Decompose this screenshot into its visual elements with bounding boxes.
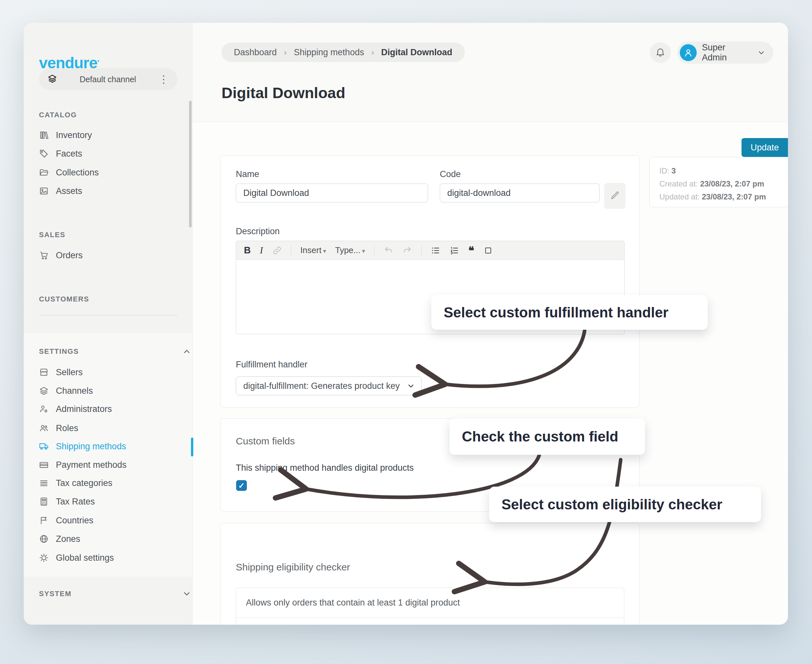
user-menu[interactable]: Super Admin	[677, 42, 773, 63]
app-window: vendure• Default channel CATALOG Invento…	[24, 23, 788, 625]
callout-fulfillment: Select custom fulfillment handler	[431, 295, 708, 330]
undo-button[interactable]	[384, 246, 393, 256]
meta-id-row: ID: 3	[659, 164, 778, 177]
sidebar-item-collections[interactable]: Collections	[39, 163, 182, 182]
sidebar-item-label: Global settings	[56, 553, 114, 563]
code-input[interactable]	[440, 184, 600, 202]
section-title-customers: CUSTOMERS	[39, 295, 177, 303]
notifications-button[interactable]	[650, 42, 671, 63]
layers-icon	[47, 74, 57, 85]
sidebar-item-label: Inventory	[56, 130, 92, 140]
name-label: Name	[236, 169, 259, 179]
list-icon	[39, 478, 49, 488]
sidebar-item-administrators[interactable]: Administrators	[39, 400, 182, 418]
redo-button[interactable]	[402, 246, 412, 256]
sidebar-item-tax-rates[interactable]: Tax Rates	[39, 493, 182, 511]
sidebar-item-label: Roles	[56, 423, 78, 433]
blockquote-button[interactable]: ❝	[469, 245, 474, 256]
updated-label: Updated at:	[659, 192, 700, 201]
update-button[interactable]: Update	[742, 138, 788, 157]
eligibility-title: Shipping eligibility checker	[236, 561, 350, 573]
sidebar-item-orders[interactable]: Orders	[39, 246, 182, 264]
edit-code-button[interactable]	[604, 183, 626, 209]
description-label: Description	[236, 226, 280, 236]
sidebar: vendure• Default channel CATALOG Invento…	[24, 23, 193, 625]
link-button[interactable]	[272, 246, 282, 256]
meta-updated-row: Updated at: 23/08/23, 2:07 pm	[659, 190, 778, 203]
chevron-down-icon	[406, 381, 415, 391]
sidebar-item-countries[interactable]: Countries	[39, 511, 182, 529]
breadcrumb-separator: ›	[371, 47, 374, 57]
eligibility-checker-box: Allows only orders that contain at least…	[236, 588, 624, 625]
users-icon	[39, 423, 49, 433]
sidebar-item-roles[interactable]: Roles	[39, 419, 182, 437]
credit-card-icon	[39, 460, 49, 470]
sidebar-item-facets[interactable]: Facets	[39, 145, 182, 163]
code-label: Code	[440, 169, 461, 179]
fulfillment-handler-value: digital-fulfillment: Generates product k…	[243, 381, 406, 391]
block-button[interactable]	[483, 246, 493, 256]
bold-button[interactable]: B	[244, 245, 251, 256]
sidebar-item-label: Facets	[56, 149, 82, 159]
updated-value: 23/08/23, 2:07 pm	[702, 192, 766, 201]
sidebar-item-sellers[interactable]: Sellers	[39, 363, 182, 381]
sidebar-item-assets[interactable]: Assets	[39, 182, 182, 200]
breadcrumb: Dashboard › Shipping methods › Digital D…	[221, 42, 465, 62]
insert-menu[interactable]: Insert	[301, 245, 326, 256]
toolbar-divider	[421, 245, 421, 256]
type-menu[interactable]: Type...	[335, 245, 365, 256]
sidebar-item-zones[interactable]: Zones	[39, 530, 182, 548]
chevron-down-icon[interactable]	[181, 588, 192, 599]
id-value: 3	[671, 166, 675, 175]
sidebar-item-payment-methods[interactable]: Payment methods	[39, 456, 182, 474]
sidebar-item-label: Assets	[56, 186, 82, 196]
active-nav-indicator	[191, 438, 193, 456]
sidebar-item-label: Shipping methods	[56, 441, 126, 452]
eligibility-card: Shipping eligibility checker Allows only…	[220, 523, 640, 625]
sidebar-divider	[39, 315, 177, 316]
custom-fields-title: Custom fields	[236, 436, 295, 447]
sidebar-item-label: Payment methods	[56, 460, 127, 470]
toolbar-divider	[291, 245, 291, 256]
breadcrumb-shipping-methods[interactable]: Shipping methods	[294, 47, 364, 57]
sidebar-item-global-settings[interactable]: Global settings	[39, 548, 182, 567]
fulfillment-handler-select[interactable]: digital-fulfillment: Generates product k…	[236, 376, 421, 395]
sidebar-item-inventory[interactable]: Inventory	[39, 126, 182, 144]
section-title-system: SYSTEM	[39, 590, 177, 598]
image-icon	[39, 186, 49, 196]
digital-products-checkbox[interactable]	[236, 480, 247, 491]
sidebar-item-label: Administrators	[56, 404, 112, 414]
sidebar-item-shipping-methods[interactable]: Shipping methods	[39, 437, 182, 456]
user-name: Super Admin	[702, 42, 751, 63]
bullet-list-button[interactable]	[431, 246, 441, 256]
detail-card: Name Code Description B I Insert Type...	[220, 155, 640, 408]
gear-icon	[39, 553, 49, 563]
breadcrumb-separator: ›	[284, 47, 287, 57]
section-title-sales: SALES	[39, 231, 177, 239]
flag-icon	[39, 516, 49, 525]
channel-switcher[interactable]: Default channel	[39, 68, 177, 90]
folder-icon	[39, 168, 49, 177]
sidebar-item-label: Tax categories	[56, 478, 112, 488]
editor-toolbar: B I Insert Type... ❝	[236, 241, 624, 260]
page-title: Digital Download	[221, 84, 345, 102]
sidebar-item-label: Tax Rates	[56, 497, 95, 507]
sidebar-item-tax-categories[interactable]: Tax categories	[39, 474, 182, 492]
user-gear-icon	[39, 404, 49, 414]
content-area: Update Name Code Description B I Insert …	[193, 122, 788, 625]
sidebar-item-label: Orders	[56, 251, 83, 260]
sidebar-scrollbar[interactable]	[189, 101, 192, 228]
meta-created-row: Created at: 23/08/23, 2:07 pm	[659, 177, 778, 190]
section-title-catalog: CATALOG	[39, 111, 177, 119]
kebab-menu-icon[interactable]	[158, 74, 169, 85]
italic-button[interactable]: I	[260, 245, 263, 256]
sidebar-item-channels[interactable]: Channels	[39, 382, 182, 400]
eligibility-checker-value: Allows only orders that contain at least…	[236, 588, 624, 618]
name-input[interactable]	[236, 184, 428, 202]
callout-custom-field: Check the custom field	[449, 418, 645, 455]
breadcrumb-current: Digital Download	[381, 47, 452, 57]
ordered-list-button[interactable]	[449, 246, 459, 256]
sidebar-item-label: Zones	[56, 534, 80, 544]
breadcrumb-dashboard[interactable]: Dashboard	[234, 47, 277, 57]
chevron-up-icon[interactable]	[181, 346, 192, 357]
